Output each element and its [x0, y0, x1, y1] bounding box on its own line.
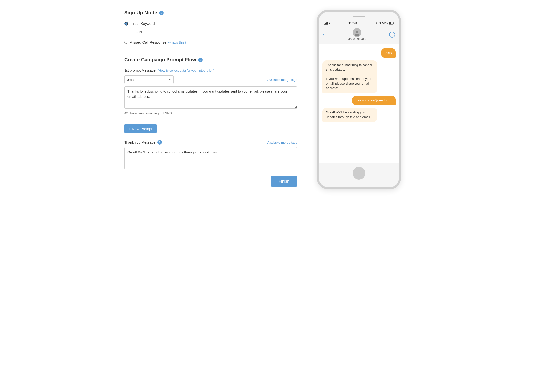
initial-keyword-radio-row: Initial Keyword [124, 22, 297, 26]
svg-point-4 [355, 34, 359, 36]
prompt-1-label: 1st prompt Message [124, 68, 156, 72]
campaign-title: Create Campaign Prompt Flow ? [124, 57, 297, 63]
messenger-header: ‹ 40567 98765 i [319, 26, 399, 44]
missed-call-option: Missed Call Response what's this? [124, 40, 297, 44]
missed-call-label: Missed Call Response [129, 40, 166, 44]
prompt-1-section: 1st prompt Message (How to collect data … [124, 68, 297, 115]
merge-tags-link-2[interactable]: Available merge tags [267, 141, 297, 144]
signal-bar-4 [327, 22, 328, 25]
keyword-input-wrapper [131, 28, 297, 36]
signup-mode-section: Sign Up Mode ? Initial Keyword Missed Ca… [124, 10, 297, 44]
new-prompt-label: + New Prompt [129, 127, 152, 131]
home-button[interactable] [353, 167, 365, 180]
alarm-icon: ⏱ [378, 22, 381, 25]
svg-point-3 [356, 31, 358, 33]
initial-keyword-option: Initial Keyword [124, 22, 297, 36]
new-prompt-button[interactable]: + New Prompt [124, 124, 157, 133]
bubble-confirm: Great! We'll be sending you updates thro… [322, 108, 377, 122]
campaign-title-label: Create Campaign Prompt Flow [124, 57, 196, 63]
char-count: 42 characters remaining. | 1 SMS. [124, 111, 297, 115]
battery-icon [389, 22, 394, 25]
initial-keyword-label: Initial Keyword [131, 22, 155, 26]
contact-number: 40567 98765 [348, 38, 366, 41]
initial-keyword-radio[interactable] [124, 22, 128, 26]
create-campaign-section: Create Campaign Prompt Flow ? 1st prompt… [124, 57, 297, 187]
divider-1 [124, 52, 297, 52]
contact-info: 40567 98765 [348, 28, 366, 41]
merge-tags-link-1[interactable]: Available merge tags [267, 78, 297, 82]
missed-call-radio[interactable] [124, 41, 127, 44]
status-time: 15:20 [348, 21, 357, 25]
wifi-icon: ≈ [329, 22, 330, 25]
status-right: ↗ ⏱ 52% [375, 22, 394, 25]
collect-data-link[interactable]: (How to collect data for your integratio… [158, 69, 215, 72]
contact-avatar [353, 28, 361, 37]
thank-you-section: Thank you Message ? Available merge tags… [124, 140, 297, 170]
finish-row: Finish [124, 176, 297, 187]
thank-you-label: Thank you Message [124, 140, 155, 144]
thank-you-textarea[interactable]: Great! We'll be sending you updates thro… [124, 147, 297, 169]
status-left: ≈ [324, 22, 330, 25]
right-panel: ≈ 15:20 ↗ ⏱ 52% ‹ [312, 10, 406, 189]
signup-mode-help-icon[interactable]: ? [159, 11, 164, 15]
signup-mode-title: Sign Up Mode ? [124, 10, 297, 16]
signal-bar-1 [324, 24, 325, 25]
thank-you-label-row: Thank you Message ? Available merge tags [124, 140, 297, 145]
prompt-1-label-row: 1st prompt Message (How to collect data … [124, 68, 297, 72]
back-button[interactable]: ‹ [323, 31, 325, 38]
location-icon: ↗ [375, 22, 377, 25]
keyword-input[interactable] [131, 28, 185, 36]
finish-button-label: Finish [279, 179, 289, 183]
radio-group: Initial Keyword Missed Call Response wha… [124, 22, 297, 44]
phone-speaker [353, 16, 365, 17]
phone-mockup: ≈ 15:20 ↗ ⏱ 52% ‹ [317, 10, 401, 189]
signal-bar-3 [326, 22, 327, 25]
field-type-select[interactable]: email name phone zip code custom [124, 75, 174, 84]
page-wrapper: Sign Up Mode ? Initial Keyword Missed Ca… [124, 10, 421, 193]
bubble-email: cole.von.cole@gmail.com [352, 96, 396, 105]
svg-rect-1 [394, 23, 394, 24]
signal-bars [324, 22, 328, 25]
signup-mode-label: Sign Up Mode [124, 10, 157, 16]
finish-button[interactable]: Finish [271, 176, 297, 187]
svg-rect-2 [389, 22, 391, 24]
chat-area: JOIN Thanks for subscribing to school sm… [319, 44, 399, 163]
thank-you-help-icon[interactable]: ? [157, 140, 162, 145]
avatar-icon [354, 30, 360, 36]
prompt-1-textarea[interactable]: Thanks for subscribing to school sms upd… [124, 86, 297, 109]
signal-bar-2 [325, 23, 326, 25]
field-select-row: email name phone zip code custom Availab… [124, 75, 297, 84]
bubble-subscribe: Thanks for subscribing to school sms upd… [322, 60, 377, 93]
bubble-join: JOIN [381, 48, 396, 58]
battery-label: 52% [382, 22, 388, 25]
campaign-help-icon[interactable]: ? [198, 58, 203, 62]
info-button[interactable]: i [389, 32, 395, 38]
status-bar: ≈ 15:20 ↗ ⏱ 52% [319, 20, 399, 26]
left-panel: Sign Up Mode ? Initial Keyword Missed Ca… [124, 10, 297, 193]
what-is-this-link[interactable]: what's this? [168, 40, 186, 44]
